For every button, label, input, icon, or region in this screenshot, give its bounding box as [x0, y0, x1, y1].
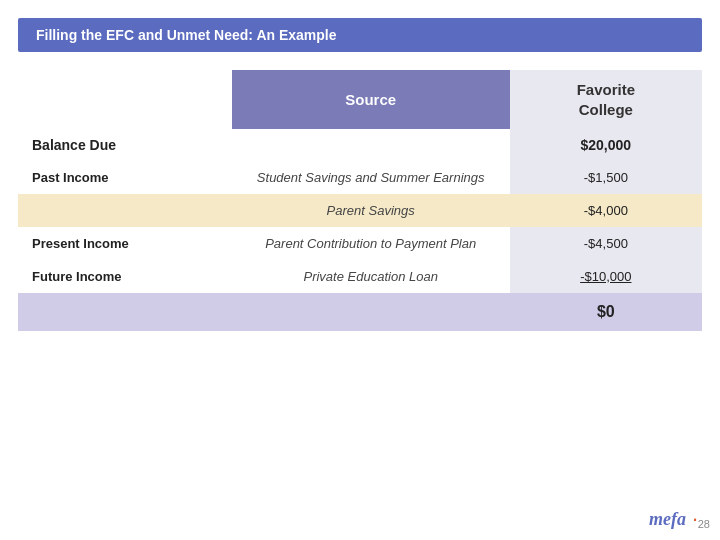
- page-number: 28: [698, 518, 710, 530]
- table-row: $0: [18, 293, 702, 331]
- table-row: Past Income Student Savings and Summer E…: [18, 161, 702, 194]
- category-cell: Past Income: [18, 161, 232, 194]
- footer: mefa·: [649, 508, 698, 530]
- value-cell: -$4,500: [510, 227, 702, 260]
- source-cell: [232, 129, 510, 161]
- table-header-row: Source FavoriteCollege: [18, 70, 702, 129]
- value-cell: -$1,500: [510, 161, 702, 194]
- header-bar: Filling the EFC and Unmet Need: An Examp…: [18, 18, 702, 52]
- value-cell: $20,000: [510, 129, 702, 161]
- th-source: Source: [232, 70, 510, 129]
- source-cell: Private Education Loan: [232, 260, 510, 293]
- main-table-container: Source FavoriteCollege Balance Due $20,0…: [18, 70, 702, 331]
- source-cell: Parent Contribution to Payment Plan: [232, 227, 510, 260]
- source-cell: Parent Savings: [232, 194, 510, 227]
- category-cell: Balance Due: [18, 129, 232, 161]
- table-row: Present Income Parent Contribution to Pa…: [18, 227, 702, 260]
- th-college: FavoriteCollege: [510, 70, 702, 129]
- category-cell: Present Income: [18, 227, 232, 260]
- value-cell: $0: [510, 293, 702, 331]
- data-table: Source FavoriteCollege Balance Due $20,0…: [18, 70, 702, 331]
- mefa-logo: mefa: [649, 509, 686, 530]
- category-cell: [18, 194, 232, 227]
- category-cell: [18, 293, 232, 331]
- category-cell: Future Income: [18, 260, 232, 293]
- header-title: Filling the EFC and Unmet Need: An Examp…: [36, 27, 337, 43]
- value-cell: -$10,000: [510, 260, 702, 293]
- table-row: Parent Savings -$4,000: [18, 194, 702, 227]
- table-row: Balance Due $20,000: [18, 129, 702, 161]
- th-category: [18, 70, 232, 129]
- source-cell: Student Savings and Summer Earnings: [232, 161, 510, 194]
- value-cell: -$4,000: [510, 194, 702, 227]
- table-row: Future Income Private Education Loan -$1…: [18, 260, 702, 293]
- source-cell: [232, 293, 510, 331]
